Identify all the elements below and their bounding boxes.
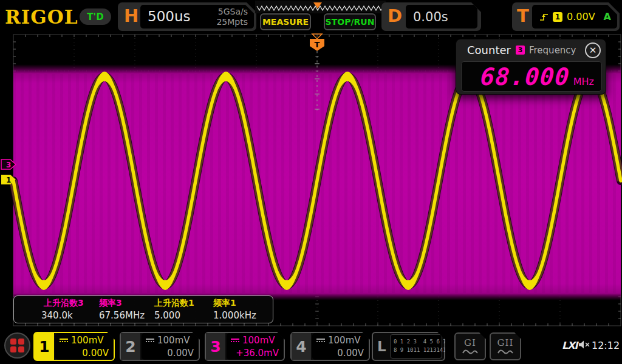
logic-analyzer-box[interactable]: L 0 1 2 3 4 5 6 7 8 9 1011 12131415: [372, 332, 445, 361]
svg-text:3: 3: [6, 161, 11, 169]
channel-1-number: 1: [35, 333, 54, 360]
counter-panel: Counter 3 Frequency ✕ 68.000 MHz: [456, 39, 606, 95]
generator-1-box[interactable]: GI: [454, 332, 486, 360]
channel-2-scale: 100mV: [157, 335, 190, 346]
clock: 12:12: [592, 340, 620, 351]
channel-4-scale: 100mV: [328, 335, 361, 346]
dc-coupling-icon: [60, 339, 68, 342]
channel-4-box[interactable]: 4 100mV 0.00V: [290, 332, 370, 361]
speaker-mute-icon[interactable]: [578, 340, 590, 352]
generator-2-label: GII: [497, 337, 514, 348]
sine-wave-icon: [497, 348, 513, 356]
measurement-label: 频率3: [99, 298, 122, 309]
channel-3-offset: +36.0mV: [231, 348, 279, 359]
dc-coupling-icon: [146, 339, 154, 342]
counter-source-badge: 3: [516, 46, 525, 55]
channel-3-box[interactable]: 3 100mV +36.0mV: [205, 332, 285, 361]
menu-grid-icon: [10, 339, 24, 352]
channel-2-box[interactable]: 2 100mV 0.00V: [120, 332, 200, 361]
counter-display: 68.000 MHz: [461, 61, 602, 92]
measurement-value: 1.000kHz: [213, 310, 256, 321]
counter-unit: MHz: [573, 76, 594, 87]
generator-2-box[interactable]: GII: [490, 332, 521, 360]
measurement-label: 上升沿数3: [44, 298, 84, 309]
channel-2-number: 2: [121, 333, 140, 360]
counter-mode-label: Frequency: [529, 45, 576, 56]
lxi-logo: LXI: [562, 340, 577, 351]
dc-coupling-icon: [316, 339, 325, 342]
channel-1-offset: 0.00V: [60, 348, 109, 359]
logic-row-2: 8 9 1011 12131415: [394, 347, 449, 353]
counter-close-button[interactable]: ✕: [585, 42, 601, 58]
main-menu-button[interactable]: [4, 332, 30, 359]
channel-4-number: 4: [292, 333, 311, 360]
svg-text:1: 1: [6, 176, 11, 184]
generator-1-label: GI: [464, 337, 476, 348]
channel-2-offset: 0.00V: [146, 348, 194, 359]
channel-4-offset: 0.00V: [316, 348, 364, 359]
channel-1-scale: 100mV: [71, 335, 104, 346]
measurement-table[interactable]: 上升沿数3 340.0k 频率3 67.56MHz 上升沿数1 5.000 频率…: [13, 295, 273, 323]
channel-1-box[interactable]: 1 100mV 0.00V: [33, 332, 115, 361]
measurement-value: 67.56MHz: [99, 310, 145, 321]
counter-title: Counter: [467, 44, 511, 56]
logic-channel-numbers: 0 1 2 3 4 5 6 7 8 9 1011 12131415: [390, 334, 442, 359]
channel-3-number: 3: [206, 333, 225, 360]
measurement-label: 频率1: [213, 298, 236, 309]
channel-3-scale: 100mV: [242, 335, 275, 346]
measurement-value: 5.000: [154, 310, 180, 321]
oscilloscope-screen: RIGOL T'D H 500us 5GSa/s 25Mpts MEASURE …: [0, 0, 622, 364]
dc-coupling-icon: [231, 339, 239, 342]
logic-row-1: 0 1 2 3 4 5 6 7: [394, 339, 446, 345]
counter-value: 68.000: [479, 62, 570, 92]
logic-label: L: [377, 339, 386, 354]
svg-text:T: T: [315, 40, 320, 49]
measurement-label: 上升沿数1: [154, 298, 194, 309]
measurement-value: 340.0k: [41, 310, 73, 321]
sine-wave-icon: [462, 348, 478, 356]
